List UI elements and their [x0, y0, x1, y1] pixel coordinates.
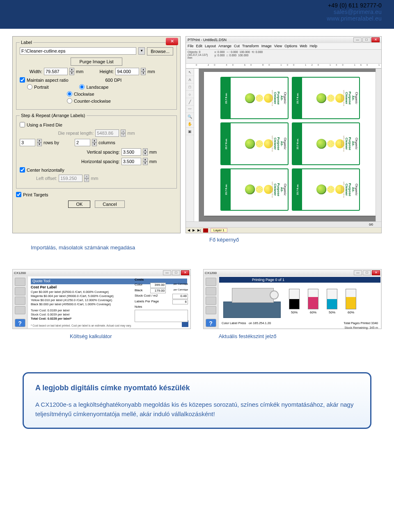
width-input[interactable]: [44, 68, 68, 75]
unit-mm: mm: [149, 150, 157, 154]
maximize-icon[interactable]: □: [362, 37, 371, 42]
select-tool-icon[interactable]: ↖: [186, 69, 194, 76]
menu-arrange[interactable]: Arrange: [218, 44, 231, 48]
height-input[interactable]: [115, 68, 139, 75]
sidebar-icon[interactable]: [15, 306, 25, 314]
sidebar-icon[interactable]: [206, 306, 216, 314]
print-sidebar: ?: [204, 276, 218, 329]
landscape-radio[interactable]: [79, 84, 85, 90]
menu-help[interactable]: Help: [310, 44, 318, 48]
width-label: Width:: [20, 69, 42, 74]
caption-main: Fő képernyő: [209, 237, 239, 243]
hspace-spinner[interactable]: ▲▼: [143, 158, 148, 165]
layer-bar[interactable]: ◀▶▶| Layer 1: [186, 227, 381, 233]
black-cost-value[interactable]: 179.00: [150, 288, 166, 293]
contact-phone: +49 (0) 611 92777-0: [327, 2, 382, 9]
menu-layout[interactable]: Layout: [205, 44, 216, 48]
zoom-tool-icon[interactable]: 🔍: [186, 113, 194, 120]
canvas[interactable]: 23.7 fl.oz. OrganicAll-Purpose Cleanerwi…: [199, 69, 376, 221]
label-preview: 23.7 fl.oz. OrganicAll-Purpose Cleanerwi…: [292, 122, 360, 165]
sidebar-icon[interactable]: [206, 287, 216, 295]
menu-bar[interactable]: FileEditLayoutArrangeCutTransformImageVi…: [186, 43, 381, 50]
coord-readout: x: 0.000 ↔: 0.000 100.000 ⟲: 0.000 y: 0.…: [214, 51, 263, 57]
counter-radio[interactable]: [67, 98, 72, 104]
help-icon[interactable]: ?: [15, 319, 25, 327]
maintain-aspect-checkbox[interactable]: [20, 77, 25, 83]
ink-column: 50%: [289, 289, 300, 314]
text-tool-icon[interactable]: A: [186, 76, 194, 83]
cancel-button[interactable]: Cancel: [95, 200, 124, 208]
sidebar-icon[interactable]: [15, 297, 25, 305]
label-preview: 23.7 fl.oz. OrganicAll-Purpose Cleanerwi…: [220, 168, 289, 211]
fill-tool-icon[interactable]: ▣: [186, 128, 194, 135]
object-info: Objects: 0(30.217,14.137)mm: [188, 51, 208, 59]
minimize-icon[interactable]: —: [353, 37, 362, 42]
menu-image[interactable]: Image: [261, 44, 272, 48]
help-icon[interactable]: ?: [206, 319, 216, 327]
sidebar-icon[interactable]: [206, 297, 216, 305]
import-dialog: ✕ Label ▼ Browse... Purge Image List Wid…: [12, 36, 181, 233]
scrollbar-v[interactable]: [376, 69, 381, 221]
scrollbar-h[interactable]: 0/0: [186, 221, 381, 227]
stock-m2-value[interactable]: 0.48: [172, 294, 188, 299]
close-icon[interactable]: ✕: [166, 38, 178, 45]
menu-transform[interactable]: Transform: [242, 44, 259, 48]
purge-button[interactable]: Purge Image List: [71, 58, 122, 66]
vspace-input[interactable]: [121, 148, 141, 156]
portrait-radio[interactable]: [27, 84, 32, 90]
color-cost-value[interactable]: 399.00: [150, 283, 166, 288]
rows-spinner[interactable]: ▲▼: [37, 139, 42, 146]
curve-tool-icon[interactable]: 〰: [186, 106, 194, 113]
close-icon[interactable]: ✕: [371, 37, 380, 42]
menu-view[interactable]: View: [274, 44, 282, 48]
print-status-window: CX1200 —□✕ ? Printing Page 0 of 1 50%60%…: [203, 269, 382, 329]
rows-input[interactable]: [20, 139, 35, 146]
close-icon[interactable]: ✕: [181, 270, 189, 275]
print-targets-checkbox[interactable]: [16, 192, 21, 197]
hspace-input[interactable]: [121, 158, 141, 165]
ok-button[interactable]: OK: [68, 200, 90, 208]
design-app-window: PTPrint - Untitled1.DSN — □ ✕ FileEditLa…: [186, 36, 382, 233]
menu-options[interactable]: Options: [284, 44, 297, 48]
notes-field[interactable]: [135, 310, 188, 322]
clockwise-radio[interactable]: [67, 91, 72, 97]
layer-name[interactable]: Layer 1: [211, 228, 227, 233]
dropdown-arrow-icon[interactable]: ▼: [138, 47, 145, 55]
cols-spinner[interactable]: ▲▼: [92, 139, 97, 146]
contact-email: sales@primera.eu: [327, 9, 382, 15]
width-spinner[interactable]: ▲▼: [69, 68, 74, 75]
minimize-icon[interactable]: —: [354, 270, 362, 275]
fixed-die-checkbox[interactable]: [20, 122, 25, 127]
browse-button[interactable]: Browse...: [147, 47, 173, 55]
maintain-aspect-label: Maintain aspect ratio: [27, 78, 69, 83]
labels-per-page-label: Labels Per Page: [135, 299, 159, 304]
menu-file[interactable]: File: [188, 44, 194, 48]
shape-tool-icon[interactable]: □: [186, 83, 194, 91]
sidebar-icon[interactable]: [15, 287, 25, 295]
sidebar-icon[interactable]: [206, 278, 216, 286]
clockwise-label: Clockwise: [74, 92, 94, 97]
maximize-icon[interactable]: □: [172, 270, 180, 275]
line-tool-icon[interactable]: ╱: [186, 98, 194, 106]
label-fieldset: Label ▼ Browse... Purge Image List Width…: [16, 40, 177, 110]
height-spinner[interactable]: ▲▼: [141, 68, 146, 75]
labels-per-page-value[interactable]: 6: [172, 299, 188, 304]
costs-column: Costs Color399.00per Cartridge Black179.…: [135, 278, 188, 322]
cost-sidebar: ?: [13, 276, 27, 329]
vspace-spinner[interactable]: ▲▼: [143, 148, 148, 156]
maximize-icon[interactable]: □: [363, 270, 371, 275]
stock-remaining: Stock Remaining: 345 m: [344, 326, 378, 329]
cols-input[interactable]: [75, 139, 90, 146]
menu-web[interactable]: Web: [300, 44, 307, 48]
ellipse-tool-icon[interactable]: ○: [186, 91, 194, 98]
tool-palette[interactable]: ↖ A □ ○ ╱ 〰 🔍 ✋ ▣: [186, 69, 194, 221]
step-repeat-fieldset: Step & Repeat (Arrange Labels) Using a F…: [16, 113, 177, 189]
file-input[interactable]: [20, 47, 136, 55]
menu-cut[interactable]: Cut: [234, 44, 240, 48]
close-icon[interactable]: ✕: [372, 270, 380, 275]
minimize-icon[interactable]: —: [163, 270, 171, 275]
menu-edit[interactable]: Edit: [196, 44, 203, 48]
sidebar-icon[interactable]: [15, 278, 25, 286]
center-h-checkbox[interactable]: [20, 167, 25, 173]
hand-tool-icon[interactable]: ✋: [186, 120, 194, 128]
